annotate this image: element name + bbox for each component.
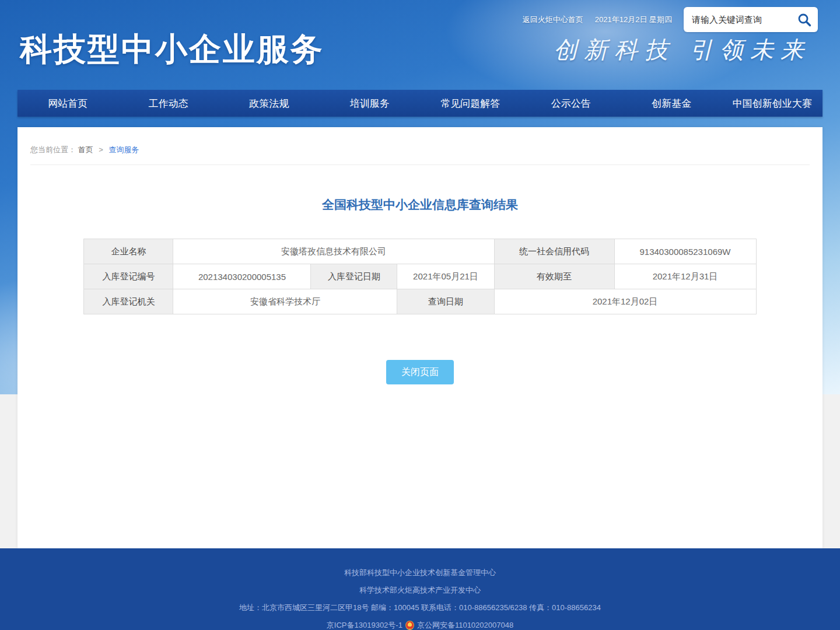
registration-no-value: 202134030200005135 <box>173 264 311 289</box>
registration-date-label: 入库登记日期 <box>311 264 397 289</box>
query-date-label: 查询日期 <box>397 289 494 314</box>
nav-item-work-news[interactable]: 工作动态 <box>118 90 219 117</box>
registration-date-value: 2021年05月21日 <box>397 264 494 289</box>
content-panel: 您当前位置： 首页 > 查询服务 全国科技型中小企业信息库查询结果 企业名称 安… <box>18 127 822 548</box>
registration-no-label: 入库登记编号 <box>84 264 173 289</box>
nav-item-training[interactable]: 培训服务 <box>320 90 421 117</box>
police-record-link[interactable]: 京公网安备11010202007048 <box>417 620 513 630</box>
page-footer: 科技部科技型中小企业技术创新基金管理中心 科学技术部火炬高技术产业开发中心 地址… <box>0 548 840 630</box>
breadcrumb-current-link[interactable]: 查询服务 <box>108 145 139 154</box>
uscc-label: 统一社会信用代码 <box>494 239 614 264</box>
nav-item-competition[interactable]: 中国创新创业大赛 <box>722 90 823 117</box>
site-slogan: 创新科技 引领未来 <box>554 34 811 66</box>
query-result-table: 企业名称 安徽塔孜信息技术有限公司 统一社会信用代码 9134030008523… <box>83 239 756 314</box>
page-title: 全国科技型中小企业信息库查询结果 <box>18 197 822 213</box>
nav-item-announcements[interactable]: 公示公告 <box>521 90 622 117</box>
company-name-value: 安徽塔孜信息技术有限公司 <box>173 239 494 264</box>
main-nav: 网站首页 工作动态 政策法规 培训服务 常见问题解答 公示公告 创新基金 中国创… <box>18 90 822 117</box>
table-row: 入库登记机关 安徽省科学技术厅 查询日期 2021年12月02日 <box>84 289 756 314</box>
top-bar: 返回火炬中心首页 2021年12月2日 星期四 <box>523 7 818 32</box>
police-badge-icon <box>405 621 414 630</box>
breadcrumb-home-link[interactable]: 首页 <box>78 145 93 154</box>
nav-item-policies[interactable]: 政策法规 <box>219 90 320 117</box>
nav-item-faq[interactable]: 常见问题解答 <box>420 90 521 117</box>
breadcrumb-separator: > <box>99 145 103 154</box>
footer-org-line1: 科技部科技型中小企业技术创新基金管理中心 <box>0 568 840 578</box>
site-logo: 科技型中小企业服务 <box>20 28 324 71</box>
close-page-button[interactable]: 关闭页面 <box>386 360 454 384</box>
footer-contact-line: 地址：北京市西城区三里河二区甲18号 邮编：100045 联系电话：010-88… <box>0 603 840 612</box>
nav-item-home[interactable]: 网站首页 <box>18 90 118 117</box>
search-box <box>684 7 818 32</box>
registration-org-value: 安徽省科学技术厅 <box>173 289 397 314</box>
search-input[interactable] <box>691 14 796 25</box>
footer-icp-row: 京ICP备13019302号-1 京公网安备11010202007048 <box>0 620 840 630</box>
torch-home-link[interactable]: 返回火炬中心首页 <box>523 15 583 25</box>
company-name-label: 企业名称 <box>84 239 173 264</box>
uscc-value: 91340300085231069W <box>614 239 756 264</box>
valid-until-value: 2021年12月31日 <box>614 264 756 289</box>
registration-org-label: 入库登记机关 <box>84 289 173 314</box>
icp-license-link[interactable]: 京ICP备13019302号-1 <box>327 620 402 630</box>
current-date: 2021年12月2日 星期四 <box>595 15 672 25</box>
table-row: 入库登记编号 202134030200005135 入库登记日期 2021年05… <box>84 264 756 289</box>
footer-org-line2: 科学技术部火炬高技术产业开发中心 <box>0 585 840 595</box>
valid-until-label: 有效期至 <box>494 264 614 289</box>
breadcrumb: 您当前位置： 首页 > 查询服务 <box>30 127 810 165</box>
nav-item-innovation-fund[interactable]: 创新基金 <box>621 90 722 117</box>
breadcrumb-prefix: 您当前位置： <box>30 145 76 154</box>
table-row: 企业名称 安徽塔孜信息技术有限公司 统一社会信用代码 9134030008523… <box>84 239 756 264</box>
magnifier-icon <box>797 12 812 27</box>
query-date-value: 2021年12月02日 <box>494 289 756 314</box>
search-button[interactable] <box>796 11 813 29</box>
